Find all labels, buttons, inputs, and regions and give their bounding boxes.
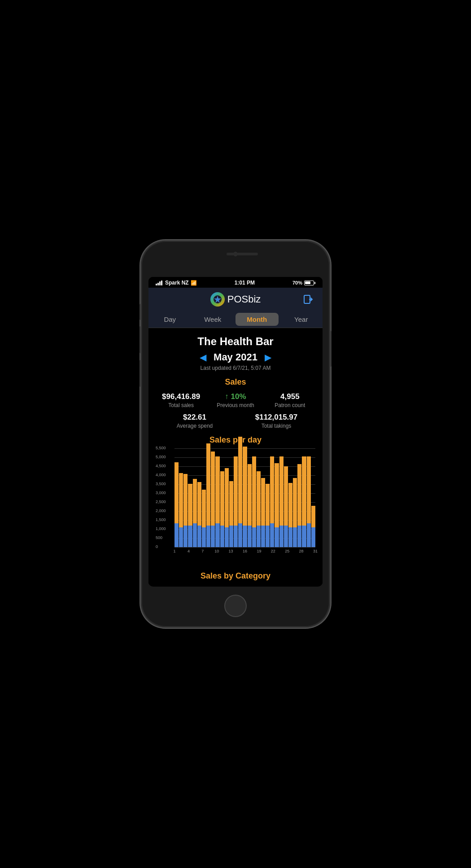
clock: 1:01 PM xyxy=(235,280,255,286)
chart-container: 5,5005,0004,5004,0003,5003,0002,5002,000… xyxy=(156,448,315,567)
x-label: 19 xyxy=(257,549,261,553)
tab-year[interactable]: Year xyxy=(280,311,323,328)
bar-col xyxy=(284,448,288,547)
logo-pos: POS xyxy=(227,294,248,305)
total-takings-label: Total takings xyxy=(237,423,315,429)
bar-col xyxy=(183,448,188,547)
avg-spend-stat: $22.61 Average spend xyxy=(156,413,234,429)
app-header: POSbiz xyxy=(148,288,323,311)
tab-day[interactable]: Day xyxy=(148,311,192,328)
x-label: 31 xyxy=(313,549,318,553)
x-label: 1 xyxy=(173,549,175,553)
bar-col xyxy=(220,448,224,547)
main-scroll[interactable]: The Health Bar ◀ May 2021 ▶ Last updated… xyxy=(148,328,323,584)
patron-count-value: 4,955 xyxy=(265,392,315,401)
side-button-silent xyxy=(140,304,141,320)
last-updated: Last updated 6/7/21, 5:07 AM xyxy=(156,365,315,371)
x-label: 13 xyxy=(229,549,233,553)
sales-by-category-title: Sales by Category xyxy=(156,567,315,583)
prev-period-button[interactable]: ◀ xyxy=(200,352,206,363)
bar-col xyxy=(297,448,301,547)
previous-month-label: Previous month xyxy=(210,402,261,408)
period-label: May 2021 xyxy=(214,351,257,363)
bar-col xyxy=(211,448,215,547)
battery-icon xyxy=(304,281,315,285)
stats-row2: $22.61 Average spend $112,015.97 Total t… xyxy=(156,413,315,429)
phone-screen: Spark NZ 📶 1:01 PM 70% xyxy=(148,277,323,587)
logo-text: POSbiz xyxy=(227,294,261,305)
bar-col xyxy=(293,448,297,547)
logout-button[interactable] xyxy=(301,292,315,307)
bar-col xyxy=(225,448,229,547)
bar-col xyxy=(311,448,315,547)
business-name: The Health Bar xyxy=(156,335,315,348)
total-sales-stat: $96,416.89 Total sales xyxy=(156,392,206,408)
wifi-icon: 📶 xyxy=(191,280,197,286)
x-label: 16 xyxy=(243,549,247,553)
patron-count-label: Patron count xyxy=(265,402,315,408)
x-label: 7 xyxy=(201,549,204,553)
side-button-vol-down xyxy=(140,360,141,387)
next-period-button[interactable]: ▶ xyxy=(265,352,271,363)
tab-month[interactable]: Month xyxy=(236,313,279,326)
logo-icon xyxy=(210,292,225,307)
status-right: 70% xyxy=(292,280,315,285)
phone-frame: Spark NZ 📶 1:01 PM 70% xyxy=(141,241,330,627)
bar-col xyxy=(229,448,233,547)
bar-col xyxy=(261,448,265,547)
bar-col xyxy=(302,448,306,547)
bar-col xyxy=(215,448,219,547)
x-label: 10 xyxy=(214,549,219,553)
side-button-vol-up xyxy=(140,326,141,353)
previous-month-value: ↑ 10% xyxy=(210,392,261,401)
bar-col xyxy=(270,448,274,547)
total-takings-stat: $112,015.97 Total takings xyxy=(237,413,315,429)
bar-col xyxy=(179,448,183,547)
bar-col xyxy=(188,448,192,547)
bar-col xyxy=(266,448,270,547)
bar-col xyxy=(193,448,197,547)
bar-col xyxy=(206,448,210,547)
stats-grid: $96,416.89 Total sales ↑ 10% Previous mo… xyxy=(156,392,315,408)
previous-month-stat: ↑ 10% Previous month xyxy=(210,392,261,408)
patron-count-stat: 4,955 Patron count xyxy=(265,392,315,408)
side-button-power xyxy=(330,331,331,367)
bar-col xyxy=(197,448,201,547)
avg-spend-label: Average spend xyxy=(156,423,234,429)
avg-spend-value: $22.61 xyxy=(156,413,234,422)
bar-col xyxy=(275,448,279,547)
main-content: The Health Bar ◀ May 2021 ▶ Last updated… xyxy=(148,328,323,584)
chart-area: 5,5005,0004,5004,0003,5003,0002,5002,000… xyxy=(174,448,315,547)
home-button[interactable] xyxy=(224,595,247,617)
bar-col xyxy=(234,448,238,547)
speaker xyxy=(227,253,258,255)
bar-col xyxy=(174,448,179,547)
x-label: 25 xyxy=(285,549,289,553)
tab-week[interactable]: Week xyxy=(192,311,235,328)
status-left: Spark NZ 📶 xyxy=(156,280,197,286)
total-sales-label: Total sales xyxy=(156,402,206,408)
carrier-label: Spark NZ xyxy=(165,280,189,286)
bar-col xyxy=(307,448,311,547)
signal-icon xyxy=(156,281,162,285)
bar-col xyxy=(243,448,247,547)
logo-biz: biz xyxy=(248,294,261,305)
period-tabs: Day Week Month Year xyxy=(148,311,323,328)
bar-col xyxy=(248,448,252,547)
battery-percent: 70% xyxy=(292,280,302,285)
x-label: 28 xyxy=(299,549,304,553)
x-axis: 1471013161922252831 xyxy=(174,549,315,556)
sales-section-title: Sales xyxy=(156,377,315,387)
bar-col xyxy=(279,448,283,547)
period-navigator: ◀ May 2021 ▶ xyxy=(156,351,315,363)
bar-col xyxy=(252,448,256,547)
chart-title: Sales per day xyxy=(156,435,315,445)
x-label: 22 xyxy=(271,549,275,553)
bar-col xyxy=(257,448,261,547)
total-takings-value: $112,015.97 xyxy=(237,413,315,422)
bar-col xyxy=(238,448,242,547)
bar-col xyxy=(288,448,292,547)
bar-col xyxy=(202,448,206,547)
total-sales-value: $96,416.89 xyxy=(156,392,206,401)
app-logo: POSbiz xyxy=(210,292,261,307)
